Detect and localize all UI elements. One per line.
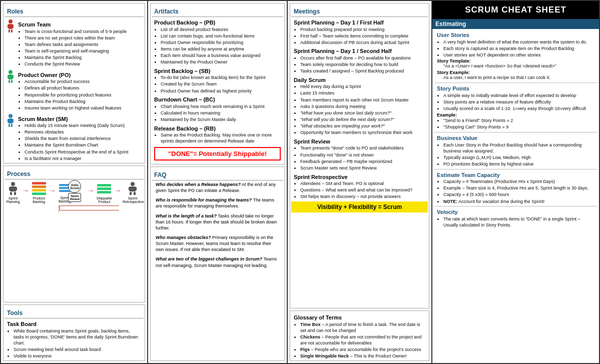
- sprint-review-title: Sprint Review: [291, 138, 428, 145]
- svg-rect-2: [8, 24, 10, 28]
- list-item: The rate at which team converts items to…: [443, 216, 595, 228]
- list-item: Responsible for prioritizing product fea…: [25, 92, 139, 98]
- svg-point-6: [9, 70, 13, 74]
- list-item: Team members report to each other not Sc…: [300, 96, 426, 103]
- list-item: Attendees – SM and Team. PO is optional: [300, 180, 426, 187]
- faq-item-5: What are two of the biggest challenges i…: [152, 255, 283, 269]
- tools-header: Tools: [5, 308, 144, 318]
- list-item: "What obstacles are impeding your work?": [300, 123, 426, 130]
- task-board-list: White Board containing teams Sprint goal…: [5, 328, 144, 360]
- svg-rect-28: [130, 192, 132, 195]
- task-board-title: Task Board: [5, 320, 144, 328]
- list-item: Each User Story in the Product Backlog s…: [443, 142, 595, 154]
- svg-rect-10: [9, 80, 10, 83]
- sprint-plan1-list: Product backlog prepared prior to meetin…: [291, 26, 428, 46]
- sm-list: Holds daily 15 minute team meeting (Dail…: [16, 122, 141, 162]
- list-item: Product backlog prepared prior to meetin…: [300, 26, 426, 32]
- diagram-arrow-1: →: [22, 186, 30, 194]
- list-item: Defines all product features: [25, 85, 139, 92]
- diagram-arrow-3: →: [87, 186, 95, 194]
- pb-list: List of all desired product features Lis…: [152, 26, 283, 66]
- diagram-arrow-4: →: [114, 186, 122, 194]
- list-item: PO prioritizes Backlog items by highest …: [443, 161, 595, 168]
- list-item: "What will you do before the next daily …: [300, 116, 426, 123]
- story-example-text: As a user, I want to print a recipe so t…: [434, 75, 597, 81]
- diagram-step-shippable: Shippable Product: [96, 182, 113, 204]
- list-item: Team is cross-functional and consists of…: [25, 28, 139, 34]
- estimating-header: Estimating: [432, 19, 599, 29]
- faq-q2: Who is responsible for managing the team…: [156, 198, 252, 202]
- list-item: List of all desired product features: [161, 26, 281, 32]
- list-item: Maintained by the Product Owner: [161, 59, 281, 66]
- list-item: Time Box – A period of time to finish a …: [300, 321, 426, 334]
- list-item: Shields the team from external interfere…: [25, 136, 139, 142]
- list-item: Team solely responsible for deciding how…: [300, 62, 426, 68]
- faq-item-4: Who manages obstacles? Primary responsib…: [152, 234, 283, 254]
- faq-header: FAQ: [152, 170, 283, 180]
- list-item: Each item should have a business value a…: [161, 52, 281, 59]
- list-item: First half – Team selects items committi…: [300, 32, 426, 39]
- sb-list: To-do list (also known as Backlog item) …: [152, 74, 283, 94]
- scrum-master-icon: [7, 114, 14, 128]
- list-item: Held every day during a Sprint: [300, 84, 426, 90]
- list-item: Chart showing how much work remaining in…: [161, 103, 281, 110]
- list-item: Each story is captured as a separate ite…: [443, 45, 595, 52]
- faq-q1: Who decides when a Release happens?: [156, 182, 241, 187]
- list-item: List can contain bugs, and non-functiona…: [161, 32, 281, 39]
- list-item: Tasks created / assigned – Sprint Backlo…: [300, 68, 426, 74]
- roles-header: Roles: [5, 6, 144, 17]
- velocity-title: Velocity: [434, 208, 597, 216]
- svg-point-0: [9, 20, 13, 24]
- list-item: Removes obstacles: [25, 129, 139, 136]
- scrum-team-icon: [7, 19, 14, 33]
- rb-list: Same as the Product Backlog. May involve…: [152, 132, 283, 144]
- user-stories-list: A very high level definition of what the…: [434, 38, 597, 58]
- list-item: User stories are NOT dependent on other …: [443, 52, 595, 58]
- bc-title: Burndown Chart – (BC): [152, 96, 283, 103]
- list-item: SM helps team in discovery – not provide…: [300, 194, 426, 200]
- estimate-capacity-list: Capacity = # Teammates (Productive Hrs x…: [434, 178, 597, 205]
- list-item: Capacity = 4 (5 x30) = 600 hours: [443, 192, 595, 198]
- list-item: Conducts the Sprint Review: [25, 61, 139, 68]
- list-item: Created by the Scrum Team: [161, 81, 281, 88]
- sprint-plan2-list: Occurs after first half done – PO availa…: [291, 54, 428, 74]
- business-value-list: Each User Story in the Product Backlog s…: [434, 142, 597, 168]
- svg-rect-27: [134, 187, 137, 190]
- story-points-title: Story Points: [434, 84, 597, 92]
- list-item: Same as the Product Backlog. May involve…: [161, 132, 281, 144]
- list-item: Calculated in hours remaining: [161, 110, 281, 116]
- svg-rect-22: [10, 192, 12, 195]
- faq-item-3: What is the length of a task? Tasks shou…: [152, 212, 283, 232]
- diagram-step-retro: Sprint Retrospective: [123, 182, 143, 204]
- list-item: Maintains the Sprint Burndown Chart: [25, 142, 139, 148]
- list-item: "Send to a Friend" Story Points = 2: [443, 118, 595, 124]
- sprint-retro-title: Sprint Retrospective: [291, 173, 428, 180]
- list-item: Scrum meeting best held around task boar…: [14, 346, 142, 353]
- list-item: Is a facilitator not a manager: [25, 155, 139, 162]
- glossary-list: Time Box – A period of time to finish a …: [291, 321, 428, 360]
- list-item: Insures team working on highest valued f…: [25, 104, 139, 111]
- meetings-header: Meetings: [291, 6, 428, 17]
- visibility-banner: Visibility + Flexibility = Scrum: [291, 202, 428, 212]
- faq-q5: What are two of the biggest challenges i…: [156, 256, 262, 262]
- svg-rect-26: [129, 187, 131, 190]
- svg-rect-20: [9, 187, 12, 190]
- svg-rect-16: [9, 124, 10, 127]
- done-banner: "DONE"= Potentially Shippable!: [154, 147, 281, 160]
- list-item: Maintains the Product Backlog: [25, 98, 139, 104]
- artifacts-header: Artifacts: [152, 6, 283, 17]
- svg-rect-21: [15, 187, 17, 190]
- story-points-example-label: Example:: [434, 112, 597, 118]
- sb-title: Sprint Backlog – (SB): [152, 67, 283, 74]
- product-owner-icon: [7, 70, 14, 84]
- faq-item-2: Who is responsible for managing the team…: [152, 196, 283, 210]
- sprint-plan1-title: Sprint Planning – Day 1 / First Half: [291, 18, 428, 26]
- svg-rect-4: [9, 30, 10, 32]
- svg-rect-29: [134, 192, 136, 195]
- list-item: A simple way to initially estimate level…: [443, 92, 595, 98]
- pb-title: Product Backlog – (PB): [152, 18, 283, 26]
- sprint-review-list: Team presents "done" code to PO and stak…: [291, 145, 428, 172]
- list-item: Team is self-organizing and self-managin…: [25, 48, 139, 54]
- daily-scrum-list: Held every day during a Sprint Lasts 15 …: [291, 84, 428, 136]
- list-item: A very high level definition of what the…: [443, 38, 595, 45]
